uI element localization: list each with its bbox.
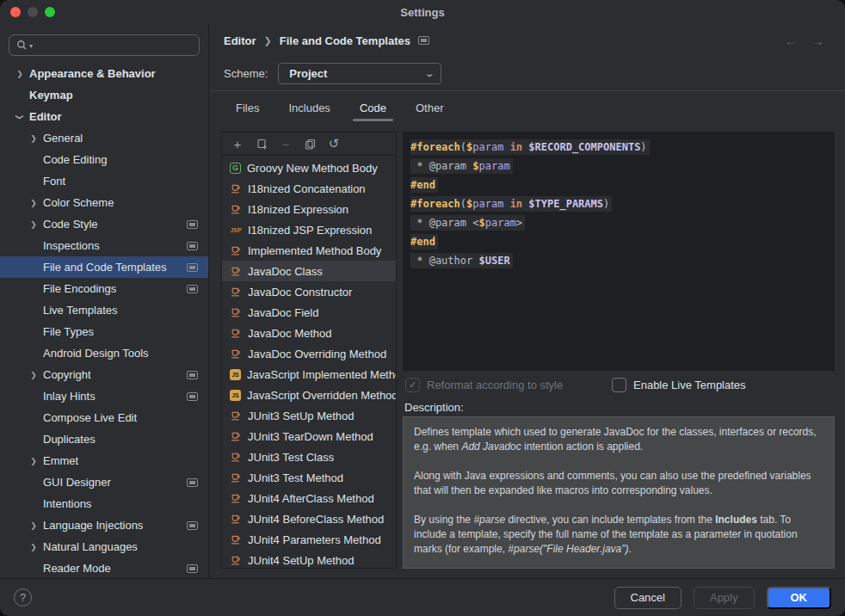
sidebar-item-editor[interactable]: ❯Editor xyxy=(0,106,208,127)
sidebar-item-label: Compose Live Edit xyxy=(43,411,137,424)
sidebar-item-compose-live-edit[interactable]: Compose Live Edit xyxy=(0,407,208,428)
sidebar-item-font[interactable]: Font xyxy=(0,170,208,192)
chevron-right-icon[interactable]: ❯ xyxy=(26,543,41,551)
cancel-button[interactable]: Cancel xyxy=(614,587,682,609)
screen-icon xyxy=(187,478,198,487)
template-item-label: JavaScript Implemented Method xyxy=(247,368,396,381)
code-editor[interactable]: #foreach($param in $RECORD_COMPONENTS) *… xyxy=(403,132,835,371)
chevron-right-icon[interactable]: ❯ xyxy=(26,371,41,379)
sidebar-item-android-design-tools[interactable]: Android Design Tools xyxy=(0,342,208,364)
sidebar-item-gui-designer[interactable]: GUI Designer xyxy=(0,471,208,493)
template-item-i18nized-concatenation[interactable]: I18nized Concatenation xyxy=(222,178,396,199)
template-item-junit4-setup-method[interactable]: JUnit4 SetUp Method xyxy=(222,550,396,568)
sidebar-item-label: File Types xyxy=(43,325,94,338)
tab-code[interactable]: Code xyxy=(349,91,397,124)
chevron-right-icon[interactable]: ❯ xyxy=(26,220,41,229)
screen-icon xyxy=(187,263,198,272)
template-item-junit3-test-class[interactable]: JUnit3 Test Class xyxy=(222,447,396,467)
sidebar-item-file-types[interactable]: File Types xyxy=(0,321,208,342)
template-item-junit3-test-method[interactable]: JUnit3 Test Method xyxy=(222,467,396,488)
template-item-groovy-new-method-body[interactable]: GGroovy New Method Body xyxy=(222,157,396,178)
java-file-icon xyxy=(229,471,243,484)
sidebar-item-reader-mode[interactable]: Reader Mode xyxy=(0,557,208,578)
chevron-right-icon[interactable]: ❯ xyxy=(26,134,41,143)
enable-live-templates-checkbox[interactable] xyxy=(612,378,626,392)
template-item-label: JUnit4 AfterClass Method xyxy=(248,492,374,505)
sidebar-item-general[interactable]: ❯General xyxy=(0,127,208,149)
help-icon[interactable]: ? xyxy=(14,588,32,607)
tab-files[interactable]: Files xyxy=(225,91,269,124)
copy-template-button[interactable] xyxy=(299,134,320,153)
template-item-junit3-setup-method[interactable]: JUnit3 SetUp Method xyxy=(222,405,396,426)
sidebar-item-inlay-hints[interactable]: Inlay Hints xyxy=(0,385,208,407)
ok-button[interactable]: OK xyxy=(767,587,832,609)
sidebar-item-live-templates[interactable]: Live Templates xyxy=(0,299,208,321)
sidebar-item-natural-languages[interactable]: ❯Natural Languages xyxy=(0,536,208,557)
sidebar-item-color-scheme[interactable]: ❯Color Scheme xyxy=(0,192,208,213)
apply-button[interactable]: Apply xyxy=(694,587,755,609)
template-item-javadoc-method[interactable]: JavaDoc Method xyxy=(222,323,396,343)
sidebar-item-duplicates[interactable]: Duplicates xyxy=(0,428,208,450)
search-options-caret-icon[interactable]: ▾ xyxy=(29,42,33,50)
sidebar-item-keymap[interactable]: Keymap xyxy=(0,84,208,106)
template-item-label: JUnit3 SetUp Method xyxy=(248,410,355,422)
breadcrumb: Editor ❯ File and Code Templates ← → xyxy=(210,24,845,57)
sidebar-item-language-injections[interactable]: ❯Language Injections xyxy=(0,514,208,536)
jsp-file-icon: JSP xyxy=(229,223,243,237)
sidebar-item-code-style[interactable]: ❯Code Style xyxy=(0,213,208,235)
chevron-right-icon[interactable]: ❯ xyxy=(26,199,41,207)
code-line: * @param $param xyxy=(410,157,835,176)
sidebar-item-appearance-behavior[interactable]: ❯Appearance & Behavior xyxy=(0,63,208,84)
sidebar-item-copyright[interactable]: ❯Copyright xyxy=(0,364,208,385)
template-item-i18nized-jsp-expression[interactable]: JSPI18nized JSP Expression xyxy=(222,219,396,240)
close-window-icon[interactable] xyxy=(10,7,21,17)
template-item-javadoc-class[interactable]: JavaDoc Class xyxy=(222,261,396,281)
template-item-label: JavaDoc Constructor xyxy=(248,286,352,299)
sidebar-item-file-and-code-templates[interactable]: File and Code Templates xyxy=(0,256,208,278)
java-file-icon xyxy=(229,533,243,546)
chevron-right-icon[interactable]: ❯ xyxy=(26,521,41,530)
template-item-javadoc-overriding-method[interactable]: JavaDoc Overriding Method xyxy=(222,343,396,364)
sidebar-item-label: File and Code Templates xyxy=(43,261,167,274)
template-item-implemented-method-body[interactable]: Implemented Method Body xyxy=(222,240,396,261)
sidebar-item-emmet[interactable]: ❯Emmet xyxy=(0,450,208,471)
breadcrumb-item-editor[interactable]: Editor xyxy=(224,34,256,47)
chevron-right-icon[interactable]: ❯ xyxy=(12,70,28,78)
add-template-button[interactable]: + xyxy=(227,134,248,153)
reset-template-button[interactable]: ↺ xyxy=(324,134,344,153)
template-item-javadoc-constructor[interactable]: JavaDoc Constructor xyxy=(222,281,396,302)
java-file-icon xyxy=(229,491,243,505)
tab-includes[interactable]: Includes xyxy=(278,91,340,124)
search-input[interactable]: ▾ xyxy=(9,34,200,56)
sidebar-item-code-editing[interactable]: Code Editing xyxy=(0,149,208,170)
chevron-right-icon[interactable]: ❯ xyxy=(26,457,41,465)
template-item-junit4-afterclass-method[interactable]: JUnit4 AfterClass Method xyxy=(222,488,396,508)
template-item-i18nized-expression[interactable]: I18nized Expression xyxy=(222,199,396,219)
back-arrow-icon[interactable]: ← xyxy=(785,34,798,48)
screen-icon xyxy=(187,371,198,379)
create-child-template-button[interactable] xyxy=(251,134,272,153)
scheme-dropdown[interactable]: Project ⌄ xyxy=(278,63,441,84)
tab-other[interactable]: Other xyxy=(405,91,454,124)
template-item-junit3-teardown-method[interactable]: JUnit3 TearDown Method xyxy=(222,426,396,447)
chevron-down-icon[interactable]: ❯ xyxy=(15,109,24,125)
sidebar-item-label: Color Scheme xyxy=(43,196,114,209)
forward-arrow-icon[interactable]: → xyxy=(811,34,824,48)
zoom-window-icon[interactable] xyxy=(45,7,55,17)
sidebar-item-intentions[interactable]: Intentions xyxy=(0,493,208,514)
template-item-label: Groovy New Method Body xyxy=(247,162,378,175)
template-item-javadoc-field[interactable]: JavaDoc Field xyxy=(222,302,396,323)
template-item-javascript-overridden-method[interactable]: JSJavaScript Overridden Method xyxy=(222,385,396,405)
template-item-junit4-parameters-method[interactable]: JUnit4 Parameters Method xyxy=(222,529,396,550)
reformat-label: Reformat according to style xyxy=(427,379,563,391)
java-file-icon xyxy=(229,326,243,340)
sidebar-item-label: Appearance & Behavior xyxy=(29,67,156,80)
description-label-row: Description: xyxy=(403,397,835,416)
sidebar-item-label: Duplicates xyxy=(43,433,96,446)
template-item-label: Implemented Method Body xyxy=(248,244,381,257)
sidebar-item-label: Code Editing xyxy=(43,153,107,166)
sidebar-item-file-encodings[interactable]: File Encodings xyxy=(0,278,208,299)
template-item-javascript-implemented-method[interactable]: JSJavaScript Implemented Method xyxy=(222,364,396,385)
sidebar-item-inspections[interactable]: Inspections xyxy=(0,235,208,256)
template-item-junit4-beforeclass-method[interactable]: JUnit4 BeforeClass Method xyxy=(222,508,396,529)
